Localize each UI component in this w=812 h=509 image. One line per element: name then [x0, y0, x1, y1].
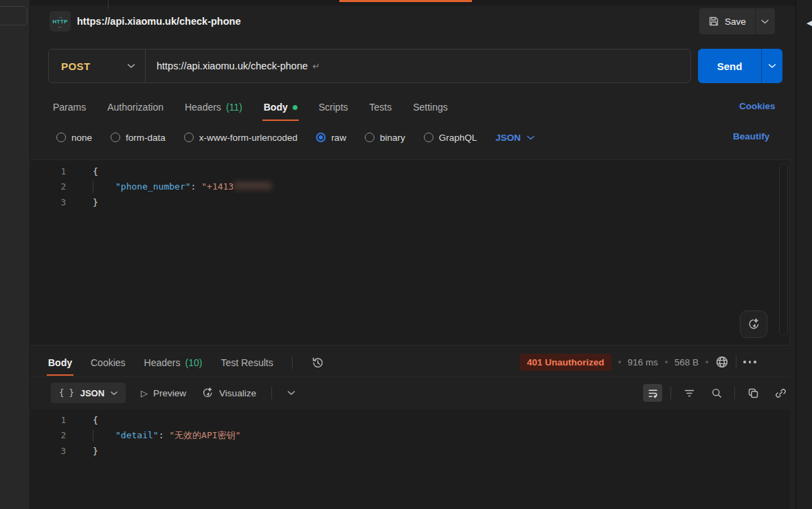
copy-button[interactable]	[743, 384, 763, 402]
url-input[interactable]: https://api.xiaomu.uk/check-phone	[157, 60, 308, 71]
line-number: 3	[31, 446, 76, 456]
chevron-down-icon	[287, 390, 295, 396]
radio-icon	[424, 133, 433, 142]
response-headers-count: (10)	[185, 357, 203, 368]
body-type-options: none form-data x-www-form-urlencoded raw…	[56, 128, 534, 146]
code-line: 2 "phone_number": "+14135555555	[31, 179, 789, 195]
response-tab-headers[interactable]: Headers (10)	[144, 350, 203, 376]
postbot-sparkle-icon	[747, 317, 760, 331]
json-string-value: "无效的API密钥"	[169, 430, 240, 440]
response-size: 568 B	[675, 357, 699, 367]
tab-authorization[interactable]: Authorization	[107, 93, 163, 121]
redacted-phone-value: 5555555	[234, 181, 271, 191]
response-tab-body[interactable]: Body	[48, 350, 72, 376]
collapse-response-button[interactable]	[287, 390, 295, 396]
response-tab-cookies[interactable]: Cookies	[91, 350, 126, 376]
sidebar-collapsed-tab[interactable]	[0, 6, 27, 25]
editor-scrollbar[interactable]	[779, 163, 788, 336]
modified-dot	[293, 105, 297, 110]
beautify-link[interactable]: Beautify	[733, 131, 769, 142]
radio-binary[interactable]: binary	[365, 133, 405, 143]
response-status-bar: 401 Unauthorized 916 ms 568 B	[520, 352, 756, 372]
radio-x-www-form-urlencoded[interactable]: x-www-form-urlencoded	[184, 133, 297, 143]
request-body-editor[interactable]: 1 { 2 "phone_number": "+14135555555 3 }	[31, 159, 790, 346]
divider	[670, 387, 671, 399]
line-number: 2	[31, 430, 76, 440]
chevron-down-icon	[111, 391, 117, 396]
divider	[145, 49, 146, 82]
network-info-button[interactable]	[715, 355, 729, 369]
radio-graphql[interactable]: GraphQL	[424, 133, 477, 143]
filter-icon	[684, 387, 695, 399]
radio-icon	[365, 133, 374, 142]
save-button-label: Save	[725, 16, 746, 27]
request-url-bar: POST https://api.xiaomu.uk/check-phone ↵	[48, 49, 691, 83]
left-sidebar-rail[interactable]	[0, 0, 30, 509]
filter-button[interactable]	[679, 384, 699, 402]
visualize-button[interactable]: Visualize	[201, 387, 256, 399]
line-number: 1	[31, 166, 76, 177]
response-time: 916 ms	[628, 357, 658, 367]
enter-key-glyph: ↵	[313, 61, 320, 71]
response-format-select[interactable]: { } JSON	[51, 383, 126, 403]
tab-headers[interactable]: Headers (11)	[185, 93, 243, 121]
dot-separator	[665, 361, 668, 363]
send-options-button[interactable]	[762, 49, 782, 83]
postbot-button[interactable]	[740, 310, 767, 338]
response-tab-test-results[interactable]: Test Results	[221, 350, 273, 376]
copy-link-button[interactable]	[771, 384, 790, 402]
tab-params[interactable]: Params	[53, 93, 86, 121]
http-request-icon: → HTTP ←	[49, 11, 71, 32]
api-client-window: ◀ → HTTP ← https://api.xiaomu.uk/check-p…	[0, 0, 812, 509]
send-button[interactable]: Send	[698, 49, 761, 83]
json-key: "phone_number"	[115, 181, 191, 191]
tab-scripts[interactable]: Scripts	[319, 93, 348, 121]
search-button[interactable]	[707, 384, 726, 402]
response-history-button[interactable]	[311, 350, 324, 376]
code-line: 2 "detail": "无效的API密钥"	[31, 428, 790, 444]
dot-separator	[706, 361, 708, 363]
json-key: "detail"	[115, 430, 159, 440]
line-number: 3	[31, 197, 76, 207]
dot-separator	[618, 361, 621, 363]
divider	[736, 356, 736, 368]
visualize-sparkle-icon	[201, 387, 214, 399]
method-value: POST	[61, 60, 90, 72]
radio-raw[interactable]: raw	[316, 133, 346, 143]
history-clock-icon	[311, 357, 324, 370]
response-body-editor[interactable]: 1 { 2 "detail": "无效的API密钥" 3 }	[31, 409, 790, 509]
method-select[interactable]: POST	[49, 49, 145, 82]
collapse-pane-icon[interactable]: ◀	[807, 19, 812, 27]
chevron-down-icon	[127, 63, 135, 69]
code-line: 1 {	[31, 163, 789, 179]
globe-icon	[715, 355, 729, 369]
wrap-text-button[interactable]	[643, 384, 662, 402]
save-split-button: Save	[699, 8, 775, 34]
preview-button[interactable]: ▷ Preview	[141, 388, 186, 398]
right-sidebar-rail[interactable]	[796, 0, 812, 509]
send-split-button: Send	[698, 49, 782, 83]
save-icon	[708, 16, 719, 27]
json-string-value: "+1413	[201, 181, 234, 191]
save-options-button[interactable]	[756, 8, 775, 34]
radio-none[interactable]: none	[56, 133, 92, 143]
tab-body[interactable]: Body	[264, 93, 297, 121]
tab-tests[interactable]: Tests	[370, 93, 392, 121]
wrap-text-icon	[647, 387, 659, 399]
divider	[292, 357, 293, 369]
indent-guide	[93, 181, 115, 193]
response-tabs: Body Cookies Headers (10) Test Results	[48, 350, 324, 376]
more-options-button[interactable]	[743, 361, 756, 363]
radio-form-data[interactable]: form-data	[111, 133, 166, 143]
indent-guide	[93, 429, 115, 442]
radio-icon	[111, 133, 120, 142]
cookies-link[interactable]: Cookies	[739, 101, 776, 111]
tab-separator	[108, 0, 109, 9]
language-select[interactable]: JSON	[495, 133, 534, 143]
response-format-value: JSON	[80, 388, 104, 398]
link-icon	[775, 387, 787, 399]
language-value: JSON	[495, 133, 521, 143]
tab-settings[interactable]: Settings	[413, 93, 448, 121]
arrow-left-icon: ←	[58, 25, 63, 28]
save-button[interactable]: Save	[699, 8, 755, 34]
